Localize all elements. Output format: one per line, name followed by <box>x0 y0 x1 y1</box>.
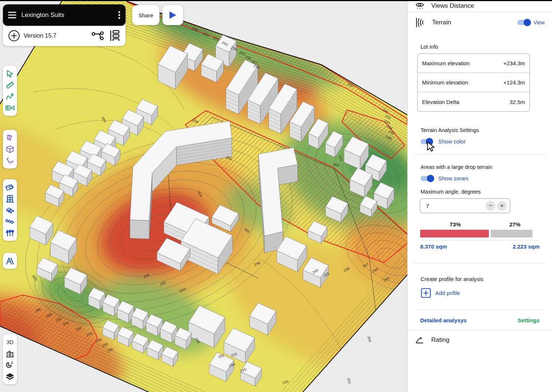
window-top-edge <box>0 0 552 1</box>
left-percentage: 73% <box>420 221 490 228</box>
table-row: Minimum elevation +124.3m <box>418 73 529 92</box>
toolbar-solid-tools <box>3 130 17 169</box>
toolbar-text-tools <box>3 253 17 269</box>
building-icon[interactable] <box>4 348 16 359</box>
row-label: Maximum elevation <box>422 60 503 66</box>
kebab-menu-icon[interactable] <box>118 11 120 19</box>
analysis-settings-title: Terrain Analysis Settings <box>421 127 552 133</box>
rating-section[interactable]: Rating <box>408 330 552 350</box>
red-bar-segment <box>420 230 489 237</box>
branch-version-icon[interactable] <box>92 31 104 41</box>
lot-info-table: Maximum elevation +234.3m Minimum elevat… <box>417 53 530 112</box>
toolbar-view-tools: 3D <box>3 334 17 384</box>
building-grid-icon[interactable] <box>4 193 16 204</box>
right-panel: Views Distance Terrain View Lot info Max… <box>407 0 552 392</box>
rating-title: Rating <box>431 336 545 344</box>
show-color-toggle[interactable] <box>421 139 433 144</box>
views-distance-title: Views Distance <box>431 2 545 10</box>
map-canvas[interactable]: 2902912922932942952962972982912922932942… <box>0 0 407 392</box>
terrain-view-label: View <box>534 20 545 25</box>
table-row: Maximum elevation +234.3m <box>418 54 529 73</box>
3d-label: 3D <box>6 339 13 345</box>
play-button[interactable] <box>162 5 183 25</box>
version-bar: Version 15.7 <box>3 25 126 46</box>
version-label: Version 15.7 <box>24 32 92 39</box>
lot-hatch-icon[interactable] <box>4 181 16 193</box>
blocks-icon[interactable] <box>4 204 16 216</box>
split-bar <box>420 230 539 237</box>
detailed-analysis-link[interactable]: Detailed analysys <box>420 317 518 323</box>
project-card: Lexington Suits Version 15.7 <box>3 4 126 46</box>
3d-toggle[interactable]: 3D <box>4 336 16 348</box>
gray-bar-segment <box>491 230 532 237</box>
max-angle-input[interactable]: 7 − + <box>420 198 510 213</box>
terrain-view-toggle[interactable] <box>517 20 530 25</box>
row-value: +234.3m <box>503 60 525 66</box>
cursor-icon[interactable] <box>4 68 16 79</box>
row-value: 32.5m <box>510 99 525 105</box>
split-areas: 8.370 sqm 2.223 sqm <box>420 243 539 250</box>
show-zones-label: Show zones <box>438 175 469 181</box>
show-color-label: Show color <box>438 138 466 145</box>
spline-icon[interactable] <box>4 91 16 102</box>
angle-dimension-icon[interactable] <box>4 155 16 166</box>
divider <box>414 263 546 263</box>
share-button[interactable]: Share <box>132 5 160 25</box>
max-angle-value: 7 <box>426 203 484 209</box>
plus-circle-icon[interactable] <box>8 30 20 42</box>
terrain-title: Terrain <box>432 19 517 26</box>
board-list-icon[interactable] <box>109 30 120 42</box>
toolbar-analysis-tools <box>3 179 17 241</box>
row-value: +124.3m <box>503 79 525 86</box>
show-zones-row: Show zones <box>421 175 552 181</box>
sliders-icon[interactable] <box>4 227 16 239</box>
magnet-icon[interactable] <box>4 359 16 371</box>
rating-chart-icon <box>415 336 425 344</box>
add-profile-button[interactable]: Add prifile <box>421 288 552 298</box>
terrain-footer: Detailed analysys Settings <box>420 310 539 330</box>
terrain-contours-icon <box>415 17 425 28</box>
play-icon <box>169 11 177 20</box>
plus-square-icon <box>421 288 431 298</box>
add-profile-label: Add prifile <box>435 290 460 296</box>
settings-link[interactable]: Settings <box>518 317 539 323</box>
create-profile-title: Create profile for analysis <box>421 276 552 282</box>
terrain-3d-view[interactable]: 2902912922932942952962972982912922932942… <box>0 0 407 392</box>
ruler-icon[interactable] <box>4 79 16 91</box>
lot-info-label: Lot info <box>421 44 552 50</box>
text-style-icon[interactable] <box>4 255 16 267</box>
table-row: Elevation Delta 32.5m <box>418 92 529 111</box>
show-zones-toggle[interactable] <box>421 176 433 181</box>
terrain-section-header[interactable]: Terrain View <box>408 12 552 33</box>
toolbar-select-tools <box>3 66 17 116</box>
left-area-value: 8.370 sqm <box>420 243 512 250</box>
zones-icon[interactable] <box>4 216 16 227</box>
right-percentage: 27% <box>490 221 539 228</box>
views-distance-section[interactable]: Views Distance <box>408 0 552 12</box>
camera-icon[interactable] <box>4 102 16 114</box>
divider <box>420 240 539 240</box>
cube-icon[interactable] <box>4 143 16 155</box>
layers-icon[interactable] <box>4 371 16 382</box>
max-angle-label: Maximum angle, degrees <box>421 189 552 195</box>
row-label: Minimum elevation <box>422 79 503 86</box>
increment-button[interactable]: + <box>497 201 507 211</box>
prism-icon[interactable] <box>4 132 16 143</box>
hamburger-icon[interactable] <box>8 12 16 18</box>
project-title: Lexington Suits <box>21 11 118 19</box>
divider <box>414 154 546 155</box>
show-color-row: Show color <box>421 138 552 145</box>
split-percentages: 73% 27% <box>420 221 539 228</box>
row-label: Elevation Delta <box>422 99 510 105</box>
project-header: Lexington Suits <box>3 4 126 26</box>
app-window: 2902912922932942952962972982912922932942… <box>0 0 552 392</box>
right-area-value: 2.223 sqm <box>512 243 539 250</box>
drop-areas-title: Areas with a large drop terrain <box>421 164 552 170</box>
eye-icon <box>415 1 425 10</box>
decrement-button[interactable]: − <box>486 201 496 211</box>
